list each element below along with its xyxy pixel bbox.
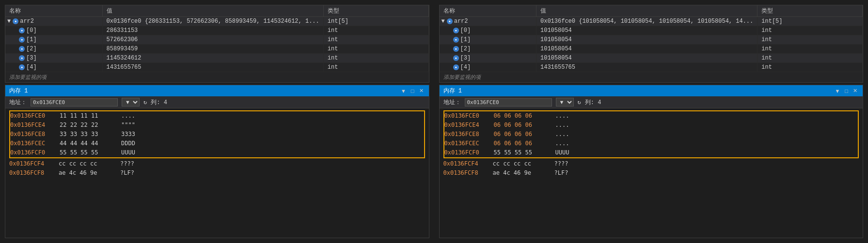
right-memory-dropdown-btn[interactable]: ▼ — [833, 88, 841, 94]
mem-ascii: .... — [555, 111, 569, 120]
mem-address: 0x0136FCE4 — [10, 121, 54, 129]
right-panel: 名称 值 类型 ▼●arr20x0136fce0 {101058054, 101… — [439, 5, 864, 238]
watch-value-cell: 0x0136fce0 {101058054, 101058054, 101058… — [537, 17, 758, 26]
watch-name-cell: ●[1] — [440, 35, 537, 45]
left-refresh-icon[interactable]: ↻ — [143, 99, 147, 106]
left-addr-input[interactable] — [31, 98, 118, 106]
mem-address: 0x0136FCE8 — [444, 130, 488, 138]
mem-address: 0x0136FCEC — [444, 139, 488, 148]
watch-name-cell: ●[0] — [440, 26, 537, 35]
right-memory-buttons: ▼ □ ✕ — [833, 88, 859, 94]
mem-bytes: cc cc cc cc — [493, 159, 549, 168]
table-row: ●[3]101058054int — [440, 54, 863, 63]
mem-bytes: 06 06 06 06 — [494, 111, 550, 120]
mem-bytes: 33 33 33 33 — [60, 130, 115, 138]
left-memory-content: 0x0136FCE011 11 11 11....0x0136FCE422 22… — [5, 108, 429, 238]
list-item: 0x0136FCF055 55 55 55UUUU — [444, 148, 858, 157]
right-memory-restore-btn[interactable]: □ — [843, 88, 850, 94]
watch-value-cell: 858993459 — [102, 45, 323, 54]
right-addr-input[interactable] — [465, 98, 552, 106]
table-row: ●[1]572662306int — [5, 35, 428, 45]
right-col-label: 列: 4 — [585, 98, 601, 106]
mem-ascii: UUUU — [121, 148, 135, 157]
right-memory-titlebar: 内存 1 ▼ □ ✕ — [440, 85, 863, 96]
left-col-name: 名称 — [5, 5, 102, 17]
mem-bytes: cc cc cc cc — [59, 159, 114, 168]
mem-ascii: ?LF? — [120, 168, 134, 177]
left-watch-table: 名称 值 类型 ▼●arr20x0136fce0 {286331153, 572… — [5, 5, 429, 72]
watch-name-cell: ●[4] — [5, 63, 102, 72]
right-col-name: 名称 — [440, 5, 537, 17]
watch-name-cell: ●[3] — [440, 54, 537, 63]
right-col-value: 值 — [537, 5, 758, 17]
list-item: 0x0136FCE011 11 11 11.... — [10, 111, 424, 120]
list-item: 0x0136FCF4cc cc cc cc???? — [9, 159, 425, 168]
watch-type-cell: int — [758, 35, 863, 45]
mem-bytes: 06 06 06 06 — [494, 121, 550, 129]
left-memory-buttons: ▼ □ ✕ — [399, 88, 425, 94]
left-memory-title: 内存 1 — [9, 87, 28, 95]
mem-bytes: 11 11 11 11 — [60, 111, 115, 120]
mem-ascii: .... — [555, 130, 569, 138]
right-add-watch[interactable]: 添加要监视的项 — [440, 72, 863, 82]
mem-address: 0x0136FCF8 — [9, 168, 53, 177]
left-addr-dropdown[interactable]: ▼ — [122, 98, 140, 106]
watch-name-cell: ▼●arr2 — [440, 17, 537, 26]
watch-type-cell: int — [758, 45, 863, 54]
table-row: ●[2]858993459int — [5, 45, 428, 54]
mem-address: 0x0136FCEC — [10, 139, 54, 148]
watch-type-cell: int — [323, 63, 428, 72]
right-memory-close-btn[interactable]: ✕ — [852, 88, 859, 94]
table-row: ●[1]101058054int — [440, 35, 863, 45]
left-addr-label: 地址： — [9, 98, 27, 106]
mem-ascii: """" — [121, 121, 135, 129]
watch-value-cell: 0x0136fce0 {286331153, 572662306, 858993… — [102, 17, 323, 26]
mem-address: 0x0136FCE0 — [444, 111, 488, 120]
left-col-type: 类型 — [323, 5, 428, 17]
list-item: 0x0136FCE806 06 06 06.... — [444, 130, 858, 138]
watch-type-cell: int[5] — [758, 17, 863, 26]
mem-bytes: ae 4c 46 9e — [493, 168, 549, 177]
table-row: ▼●arr20x0136fce0 {101058054, 101058054, … — [440, 17, 863, 26]
mem-ascii: ???? — [554, 159, 568, 168]
left-memory-window: 内存 1 ▼ □ ✕ 地址： ▼ ↻ 列: 4 0x0136FCE011 11 … — [5, 85, 429, 238]
left-memory-restore-btn[interactable]: □ — [410, 88, 416, 94]
left-memory-dropdown-btn[interactable]: ▼ — [399, 88, 408, 94]
table-row: ●[4]1431655765int — [440, 63, 863, 72]
mem-ascii: ?LF? — [554, 168, 568, 177]
list-item: 0x0136FCF4cc cc cc cc???? — [443, 159, 859, 168]
mem-ascii: UUUU — [555, 148, 569, 157]
watch-name-cell: ▼●arr2 — [5, 17, 102, 26]
watch-type-cell: int — [758, 63, 863, 72]
watch-value-cell: 101058054 — [537, 54, 758, 63]
table-row: ●[0]286331153int — [5, 26, 428, 35]
right-memory-title: 内存 1 — [443, 87, 462, 95]
right-memory-address-bar: 地址： ▼ ↻ 列: 4 — [440, 96, 863, 108]
list-item: 0x0136FCEC06 06 06 06.... — [444, 139, 858, 148]
watch-type-cell: int — [758, 26, 863, 35]
mem-address: 0x0136FCF4 — [9, 159, 53, 168]
right-col-type: 类型 — [758, 5, 863, 17]
left-memory-close-btn[interactable]: ✕ — [418, 88, 425, 94]
right-refresh-icon[interactable]: ↻ — [578, 99, 581, 106]
watch-type-cell: int — [758, 54, 863, 63]
watch-type-cell: int — [323, 26, 428, 35]
watch-value-cell: 101058054 — [537, 35, 758, 45]
table-row: ●[2]101058054int — [440, 45, 863, 54]
watch-type-cell: int — [323, 35, 428, 45]
watch-value-cell: 1145324612 — [102, 54, 323, 63]
watch-value-cell: 286331153 — [102, 26, 323, 35]
mem-address: 0x0136FCF0 — [10, 148, 54, 157]
table-row: ●[4]1431655765int — [5, 63, 428, 72]
list-item: 0x0136FCF8ae 4c 46 9e?LF? — [9, 168, 425, 177]
watch-name-cell: ●[1] — [5, 35, 102, 45]
mem-ascii: .... — [555, 139, 569, 148]
left-add-watch[interactable]: 添加要监视的项 — [5, 72, 429, 82]
mem-ascii: .... — [121, 111, 135, 120]
mem-bytes: 06 06 06 06 — [494, 130, 550, 138]
right-addr-dropdown[interactable]: ▼ — [556, 98, 574, 106]
mem-address: 0x0136FCE0 — [10, 111, 54, 120]
mem-bytes: ae 4c 46 9e — [59, 168, 114, 177]
right-watch-table: 名称 值 类型 ▼●arr20x0136fce0 {101058054, 101… — [440, 5, 863, 72]
mem-bytes: 22 22 22 22 — [60, 121, 115, 129]
